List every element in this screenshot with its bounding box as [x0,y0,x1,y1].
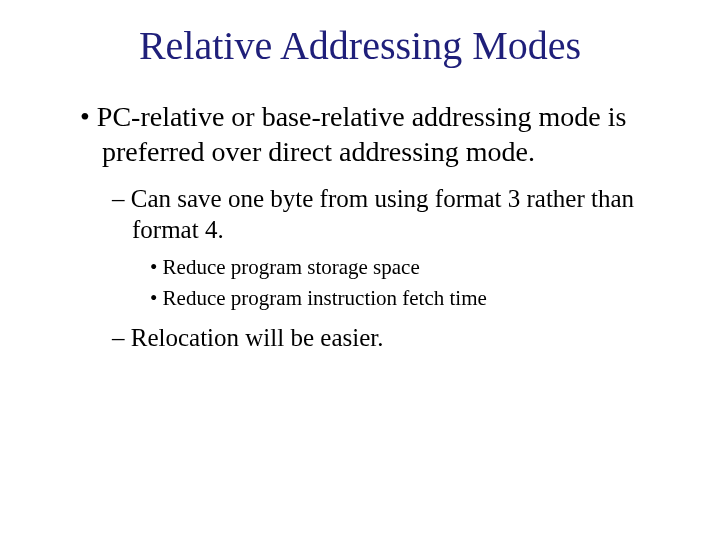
slide: Relative Addressing Modes PC-relative or… [0,0,720,540]
bullet-level1: PC-relative or base-relative addressing … [80,99,670,169]
bullet-level2: Relocation will be easier. [112,322,670,353]
bullet-level3: Reduce program instruction fetch time [150,285,670,312]
slide-title: Relative Addressing Modes [50,22,670,69]
bullet-level2: Can save one byte from using format 3 ra… [112,183,670,246]
bullet-level3: Reduce program storage space [150,254,670,281]
